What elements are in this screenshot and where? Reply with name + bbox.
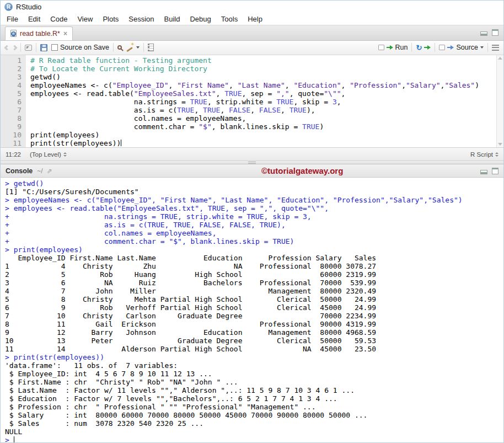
magic-wand-icon	[126, 44, 134, 51]
code-line[interactable]: # R Read table function - Testing argume…	[30, 56, 503, 65]
console-pane: Console ~/ ⇗ ©tutorialgateway.org > getw…	[1, 164, 503, 442]
menu-item-build[interactable]: Build	[159, 14, 185, 24]
menu-item-session[interactable]: Session	[124, 14, 159, 24]
back-icon[interactable]	[4, 45, 10, 50]
console-table-row: 9 12 Barry Johnson Education Management …	[5, 328, 503, 337]
console-output-line: $ Salary : int 80000 60000 70000 80000 5…	[5, 411, 503, 419]
rstudio-window: R RStudio FileEditCodeViewPlotsSessionBu…	[0, 0, 504, 443]
tab-close-icon[interactable]: ×	[63, 31, 67, 36]
source-on-save-checkbox[interactable]	[51, 44, 58, 51]
line-number: 8	[1, 114, 22, 122]
console-output-line: $ Education : Factor w/ 7 levels "","Bac…	[5, 394, 503, 403]
code-line[interactable]: employeeNames <- c("Employee_ID", "First…	[30, 81, 503, 89]
source-toolbar: Source on Save Run ↻	[1, 41, 503, 55]
menu-item-edit[interactable]: Edit	[23, 14, 45, 24]
console-input-line: + comment.char = "$", blank.lines.skip =…	[5, 237, 503, 245]
line-number: 4	[1, 81, 22, 89]
tab-read-table-r[interactable]: read table.R* ×	[5, 26, 73, 40]
console-table-row: 1 4 Christy Zhu NA Professional 80000 30…	[5, 262, 503, 270]
code-line[interactable]: employees <- read.table("EmployeeSales.t…	[30, 89, 503, 98]
menu-item-help[interactable]: Help	[243, 14, 267, 24]
rerun-button[interactable]: ↻	[416, 44, 431, 51]
source-on-save-toggle[interactable]: Source on Save	[51, 44, 109, 51]
compile-notebook-icon[interactable]	[148, 44, 154, 51]
code-line[interactable]: print(employees)	[30, 131, 503, 139]
maximize-pane-icon[interactable]	[492, 168, 498, 174]
console-input-line: > print(str(employees))	[5, 353, 503, 361]
console-table-row: 7 10 Christy Carlson Graduate Degree 700…	[5, 312, 503, 320]
source-label: Source	[456, 44, 478, 51]
goto-working-directory-icon[interactable]: ⇗	[47, 167, 52, 175]
toolbar-divider	[20, 43, 21, 52]
code-line[interactable]: comment.char = "$", blank.lines.skip = T…	[30, 122, 503, 131]
console-input-line: + as.is = c(TRUE, TRUE, FALSE, FALSE, TR…	[5, 221, 503, 229]
updown-icon	[495, 152, 498, 157]
console-input-line: + col.names = employeeNames,	[5, 229, 503, 237]
title-bar: R RStudio	[1, 1, 503, 13]
line-number: 6	[1, 98, 22, 106]
save-icon[interactable]	[40, 44, 47, 51]
console-input-line: > employeeNames <- c("Employee_ID", "Fir…	[5, 196, 503, 204]
code-line[interactable]: # To Locate the Current Working Director…	[30, 65, 503, 73]
document-outline-icon[interactable]	[492, 45, 499, 51]
toolbar-divider	[113, 43, 114, 52]
console-prompt[interactable]: >	[5, 436, 503, 442]
code-editor[interactable]: 1234567891011 # R Read table function - …	[1, 55, 503, 147]
menu-item-plots[interactable]: Plots	[98, 14, 124, 24]
menu-item-file[interactable]: File	[2, 14, 23, 24]
file-type-label: R Script	[470, 151, 493, 158]
rerun-icon: ↻	[416, 44, 422, 51]
pane-splitter[interactable]	[1, 161, 503, 164]
working-directory: ~/	[37, 167, 42, 175]
maximize-pane-icon[interactable]	[492, 29, 498, 36]
minimize-pane-icon[interactable]	[480, 31, 487, 36]
console-input-line: + na.strings = TRUE, strip.white = TRUE,…	[5, 212, 503, 221]
source-status-bar: 11:22 (Top Level) R Script	[1, 147, 503, 161]
console-table-row: 3 6 NA Ruiz Bachelors Professional 70000…	[5, 279, 503, 287]
console-output-line: $ Employee_ID: int 4 5 6 7 8 9 10 11 12 …	[5, 370, 503, 378]
console-output-line: $ Profession : chr " Professional " "" "…	[5, 403, 503, 411]
console-table-row: 10 13 Peter Graduate Degree Clerical 500…	[5, 337, 503, 345]
code-line[interactable]: as.is = c(TRUE, TRUE, FALSE, FALSE, TRUE…	[30, 106, 503, 114]
console-header: Console ~/ ⇗ ©tutorialgateway.org	[1, 164, 503, 178]
scroll-up-icon[interactable]	[498, 57, 502, 60]
console-output-line: $ First.Name : chr "Christy" " Rob" "NA"…	[5, 378, 503, 386]
line-number: 2	[1, 65, 22, 73]
code-line[interactable]: col.names = employeeNames,	[30, 114, 503, 122]
code-tools-button[interactable]	[126, 44, 140, 51]
scope-selector[interactable]: (Top Level)	[30, 151, 67, 158]
file-type-selector[interactable]: R Script	[470, 151, 498, 158]
menu-item-debug[interactable]: Debug	[185, 14, 216, 24]
line-number: 7	[1, 106, 22, 114]
rstudio-logo-icon: R	[4, 3, 13, 11]
forward-icon[interactable]	[12, 45, 18, 50]
source-button[interactable]: Source	[439, 44, 484, 51]
code-line[interactable]: getwd()	[30, 73, 503, 81]
toolbar-divider	[36, 43, 36, 52]
editor-scrollbar[interactable]	[496, 55, 503, 147]
show-in-new-window-icon[interactable]	[25, 45, 32, 51]
menu-item-code[interactable]: Code	[45, 14, 72, 24]
toolbar-divider	[435, 43, 435, 52]
line-number: 10	[1, 131, 22, 139]
toolbar-divider	[411, 43, 412, 52]
console-output-line: 'data.frame': 11 obs. of 7 variables:	[5, 361, 503, 370]
minimize-pane-icon[interactable]	[480, 170, 487, 174]
console-output[interactable]: > getwd()[1] "C:/Users/Suresh/Documents"…	[1, 178, 503, 442]
run-button[interactable]: Run	[378, 44, 408, 51]
console-input-line: > getwd()	[5, 179, 503, 188]
search-icon[interactable]	[117, 45, 122, 50]
editor-gutter: 1234567891011	[1, 55, 26, 147]
scroll-down-icon[interactable]	[498, 143, 502, 146]
menu-item-view[interactable]: View	[72, 14, 98, 24]
console-table-header: Employee_ID First.Name Last.Name Educati…	[5, 254, 503, 262]
source-doc-icon	[439, 45, 445, 50]
code-line[interactable]: na.strings = TRUE, strip.white = TRUE, s…	[30, 98, 503, 106]
console-output-line: $ Last.Name : Factor w/ 11 levels ""," A…	[5, 386, 503, 394]
editor-code[interactable]: # R Read table function - Testing argume…	[26, 55, 503, 147]
run-doc-icon	[378, 45, 384, 50]
menu-item-tools[interactable]: Tools	[216, 14, 243, 24]
chevron-down-icon	[480, 46, 484, 49]
code-line[interactable]: print(str(employees))	[30, 139, 503, 147]
console-table-row: 6 9 Rob Verhoff Partial High School Cler…	[5, 303, 503, 312]
